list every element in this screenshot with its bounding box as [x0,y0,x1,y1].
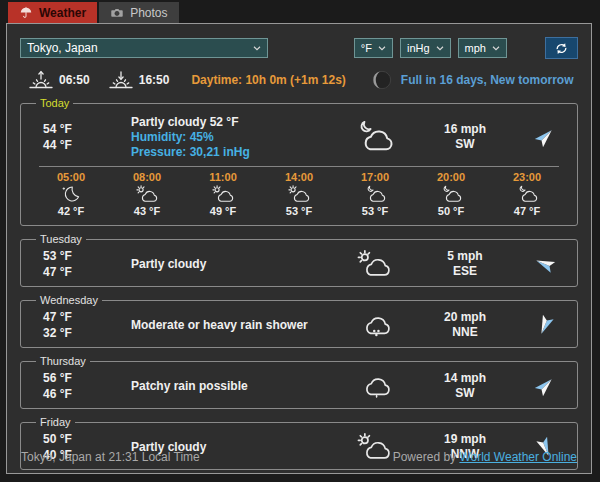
hourly-cell: 05:00 42 °F [33,171,109,217]
cloud-rain-icon [357,311,391,340]
cloud-moon-icon [364,185,386,204]
day-wind-speed: 5 mph [409,249,521,264]
weather-app-window: Weather Photos Tokyo, Japan °F inHg [0,0,600,482]
day-low-temp: 47 °F [43,264,121,280]
cloud-drizzle-icon [357,372,391,401]
cloud-moon-icon [516,185,538,204]
day-high-temp: 53 °F [43,248,121,264]
today-wind-speed: 16 mph [409,122,521,137]
day-wind-direction: NNE [409,325,521,340]
today-wind: 16 mph SW [409,122,521,152]
day-temps: 47 °F 32 °F [29,309,121,341]
today-condition: Partly cloudy 52 °F [131,115,339,130]
pressure-unit-select[interactable]: inHg [400,38,451,58]
sunset-time: 16:50 [139,73,170,87]
wind-arrow-icon [533,252,557,276]
chevron-down-icon [490,42,502,54]
day-temps: 56 °F 46 °F [29,370,121,402]
hourly-cell: 23:00 47 °F [489,171,565,217]
hourly-cell: 17:00 53 °F [337,171,413,217]
day-high-temp: 47 °F [43,309,121,325]
hour-temp: 47 °F [489,205,565,217]
umbrella-icon [19,6,33,20]
tab-photos[interactable]: Photos [99,2,178,23]
sunset-icon [108,70,134,90]
day-details: Partly cloudy [121,257,339,272]
wind-arrow-icon [533,313,557,337]
day-condition: Partly cloudy [131,257,339,272]
day-wind-direction: SW [409,386,521,401]
pressure-unit-value: inHg [407,42,430,54]
cloud-sun-icon [357,250,391,279]
hour-time: 05:00 [33,171,109,183]
hour-time: 23:00 [489,171,565,183]
powered-by-prefix: Powered by [393,450,460,464]
day-low-temp: 46 °F [43,386,121,402]
day-high-temp: 56 °F [43,370,121,386]
today-details: Partly cloudy 52 °F Humidity: 45% Pressu… [121,115,339,160]
tab-weather[interactable]: Weather [8,2,97,23]
hourly-cell: 11:00 49 °F [185,171,261,217]
day-wind-speed: 19 mph [409,432,521,447]
hour-time: 17:00 [337,171,413,183]
camera-icon [110,6,124,20]
cloud-sun-icon [212,185,234,204]
speed-unit-value: mph [465,42,486,54]
sunrise-icon [28,70,54,90]
powered-by: Powered by World Weather Online [393,450,577,464]
day-row: 53 °F 47 °F Partly cloudy 5 mph ESE [29,245,569,283]
speed-unit-select[interactable]: mph [458,38,507,58]
tab-weather-label: Weather [39,6,86,20]
today-group-title: Today [36,97,73,109]
hour-temp: 49 °F [185,205,261,217]
location-select-value: Tokyo, Japan [27,41,98,55]
day-name: Tuesday [36,233,86,245]
refresh-button[interactable] [545,37,578,59]
location-select[interactable]: Tokyo, Japan [20,38,268,58]
day-low-temp: 32 °F [43,325,121,341]
daytime-text: Daytime: 10h 0m (+1m 12s) [191,73,345,87]
chevron-down-icon [251,42,263,54]
today-weather-icon [354,120,394,154]
day-condition: Moderate or heavy rain shower [131,318,339,333]
day-row: 56 °F 46 °F Patchy rain possible 14 mph … [29,367,569,405]
today-wind-arrow-icon [533,125,557,149]
hour-time: 08:00 [109,171,185,183]
day-condition: Patchy rain possible [131,379,339,394]
hour-temp: 53 °F [337,205,413,217]
day-row: 47 °F 32 °F Moderate or heavy rain showe… [29,306,569,344]
day-name: Wednesday [36,294,102,306]
day-wind-direction: ESE [409,264,521,279]
hour-time: 14:00 [261,171,337,183]
today-wind-direction: SW [409,137,521,152]
temperature-unit-select[interactable]: °F [354,38,393,58]
day-group-wednesday: Wednesday 47 °F 32 °F Moderate or heavy … [20,294,578,348]
day-details: Patchy rain possible [121,379,339,394]
hourly-forecast: 05:00 42 °F 08:00 43 °F 11:00 49 °F 14:0… [29,168,569,222]
cloud-sun-icon [136,185,158,204]
temperature-unit-value: °F [361,42,372,54]
moon-icon [60,185,82,204]
day-details: Moderate or heavy rain shower [121,318,339,333]
world-weather-online-link[interactable]: World Weather Online [459,450,577,464]
hour-time: 11:00 [185,171,261,183]
chevron-down-icon [434,42,446,54]
today-pressure: Pressure: 30,21 inHg [131,145,339,160]
status-bar: Tokyo, Japan at 21:31 Local Time Powered… [21,450,577,464]
hourly-cell: 08:00 43 °F [109,171,185,217]
day-wind: 20 mph NNE [409,310,521,340]
chevron-down-icon [376,42,388,54]
sunrise-time: 06:50 [59,73,90,87]
day-name: Friday [36,416,75,428]
today-temps: 54 °F 44 °F [29,121,121,153]
hour-temp: 42 °F [33,205,109,217]
moon-phase-icon [372,70,392,90]
moon-status-text: Full in 16 days, New tomorrow [401,73,574,87]
tab-bar: Weather Photos [8,2,179,23]
today-summary: 54 °F 44 °F Partly cloudy 52 °F Humidity… [29,109,569,165]
hour-temp: 53 °F [261,205,337,217]
hourly-cell: 14:00 53 °F [261,171,337,217]
wind-arrow-icon [533,374,557,398]
day-wind-speed: 20 mph [409,310,521,325]
toolbar: Tokyo, Japan °F inHg mph [20,37,578,59]
